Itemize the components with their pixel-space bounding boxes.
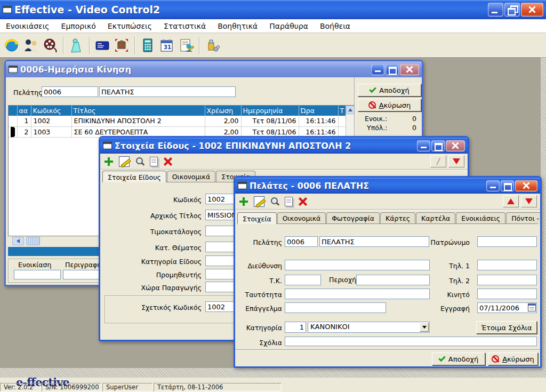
button-bar-divider	[235, 349, 540, 350]
stock-package-icon[interactable]	[112, 36, 131, 55]
tab-cards[interactable]: Κάρτες	[380, 212, 415, 223]
column-header-aa[interactable]: αα	[17, 106, 31, 116]
customer-code-input[interactable]	[42, 86, 98, 97]
tab-financial[interactable]: Οικονομικά	[167, 171, 216, 182]
scroll-left-button[interactable]	[12, 237, 24, 245]
tab-ledger[interactable]: Καρτέλα	[416, 212, 455, 223]
customer-name-input[interactable]	[319, 236, 429, 247]
tab-financial[interactable]: Οικονομικά	[277, 212, 326, 223]
hscroll-thumb[interactable]	[26, 237, 40, 245]
add-record-icon[interactable]	[238, 196, 249, 207]
dropdown-arrow-icon[interactable]	[420, 323, 429, 332]
accept-button[interactable]: Αποδοχή	[432, 353, 485, 365]
column-header-title[interactable]: Τίτλος	[71, 106, 205, 116]
copy-record-icon[interactable]	[150, 157, 158, 166]
menu-item-prints[interactable]: Εκτυπώσεις	[102, 20, 158, 32]
table-row[interactable]: 1 1002 ΕΠΙΚΙΝΔΥΝΗ ΑΠΟΣΤΟΛΗ 2 2,00 Τετ 08…	[9, 116, 346, 126]
cancel-button[interactable]: Ακύρωση	[488, 353, 538, 365]
scroll-up-button[interactable]	[346, 106, 355, 114]
tab-points-gifts[interactable]: Πόντοι - Δώρα	[506, 212, 540, 223]
category-label: Κατηγορία	[239, 324, 282, 332]
close-button[interactable]	[515, 180, 537, 191]
edit-record-icon[interactable]	[119, 156, 130, 167]
tab-photo[interactable]: Φωτογραφία	[326, 212, 380, 223]
rental-return-icon[interactable]	[67, 36, 86, 55]
menu-item-commercial[interactable]: Εμπορικό	[55, 20, 102, 32]
tab-rentals[interactable]: Ενοικιάσεις	[456, 212, 505, 223]
maximize-button[interactable]	[501, 180, 514, 191]
close-button[interactable]	[400, 64, 419, 75]
main-toolbar: 31	[0, 33, 546, 58]
customers-client: Στοιχεία Οικονομικά Φωτογραφία Κάρτες Κα…	[235, 194, 540, 366]
zip-input[interactable]	[285, 275, 321, 285]
column-header-time[interactable]: Ώρα	[299, 106, 338, 116]
copy-record-icon[interactable]	[285, 197, 293, 206]
maximize-button[interactable]	[386, 64, 399, 75]
cancel-button[interactable]: Ακύρωση	[358, 99, 421, 111]
next-record-button[interactable]	[521, 195, 537, 207]
occupation-input[interactable]	[285, 302, 386, 313]
menu-item-utilities[interactable]: Βοηθητικά	[212, 20, 263, 32]
search-record-icon[interactable]	[269, 196, 280, 207]
menu-item-statistics[interactable]: Στατιστικά	[158, 20, 212, 32]
ready-comments-button[interactable]: Έτοιμα Σχόλια	[476, 321, 537, 334]
prohibition-icon	[368, 101, 376, 109]
search-record-icon[interactable]	[134, 156, 145, 167]
mobile-input[interactable]	[477, 289, 537, 299]
calendar-picker-button[interactable]	[528, 303, 536, 311]
customer-name-input[interactable]	[99, 86, 236, 97]
reports-icon[interactable]	[176, 36, 196, 55]
area-input[interactable]	[356, 275, 430, 285]
close-button[interactable]	[521, 3, 543, 17]
check-icon	[370, 85, 376, 92]
category-code-input[interactable]	[285, 322, 306, 333]
identity-label: Ταυτότητα	[239, 291, 282, 299]
movies-icon[interactable]	[41, 36, 60, 55]
utilities-icon[interactable]	[203, 36, 222, 55]
accept-button[interactable]: Αποδοχή	[358, 84, 421, 97]
menu-item-rentals[interactable]: Ενοικιάσεις	[0, 20, 55, 32]
father-name-input[interactable]	[477, 236, 537, 247]
identity-input[interactable]	[285, 289, 430, 299]
column-header-code[interactable]: Κωδικός	[31, 106, 71, 116]
minimize-button[interactable]	[417, 140, 430, 151]
phone1-input[interactable]	[477, 260, 537, 270]
minimize-button[interactable]	[371, 64, 384, 75]
father-name-label: Πατρώνυμο	[427, 238, 470, 246]
column-header-date[interactable]: Ημερομηνία	[241, 106, 299, 116]
customer-code-input[interactable]	[285, 236, 318, 247]
next-record-button[interactable]	[448, 155, 464, 167]
edit-record-icon[interactable]	[254, 196, 264, 207]
supplier-label: Προμηθευτής	[132, 271, 202, 279]
comments-input[interactable]	[285, 337, 537, 346]
close-button[interactable]	[446, 140, 465, 151]
rental-label: Ενοικίαση	[18, 261, 51, 269]
tab-details[interactable]: Στοιχεία	[237, 212, 277, 224]
calendar-icon[interactable]: 31	[157, 36, 176, 55]
delete-record-icon[interactable]	[298, 196, 308, 207]
phone1-label: Τηλ. 1	[427, 262, 470, 270]
customers-icon[interactable]	[21, 36, 41, 55]
restore-button[interactable]	[504, 3, 520, 17]
prev-record-button[interactable]	[430, 155, 446, 167]
phone2-input[interactable]	[477, 275, 537, 285]
minimize-button[interactable]	[486, 180, 500, 191]
prev-record-button[interactable]	[503, 195, 519, 207]
menu-item-help[interactable]: Βοήθεια	[314, 20, 356, 32]
maximize-button[interactable]	[431, 140, 445, 151]
column-header-charge[interactable]: Χρέωση	[205, 106, 241, 116]
minimize-button[interactable]	[488, 3, 503, 17]
globe-sync-icon[interactable]	[2, 36, 21, 55]
tab-item-details[interactable]: Στοιχεία Είδους	[102, 171, 166, 182]
menu-item-windows[interactable]: Παράθυρα	[263, 20, 314, 32]
add-record-icon[interactable]	[103, 156, 114, 167]
address-input[interactable]	[285, 260, 430, 270]
column-header-marker[interactable]	[9, 106, 17, 116]
calculator-icon[interactable]	[138, 36, 157, 55]
table-row[interactable]: 2 1003 ΣΕ 60 ΔΕΥΤΕΡΟΛΕΠΤΑ 2,00 Τετ 08/11…	[9, 126, 346, 137]
delete-record-icon[interactable]	[163, 156, 173, 167]
column-header-t[interactable]: Τ	[338, 106, 346, 116]
rental-input[interactable]	[14, 270, 61, 279]
payment-card-icon[interactable]	[93, 36, 112, 55]
category-select[interactable]: ΚΑΝΟΝΙΚΟΙ	[308, 322, 430, 333]
